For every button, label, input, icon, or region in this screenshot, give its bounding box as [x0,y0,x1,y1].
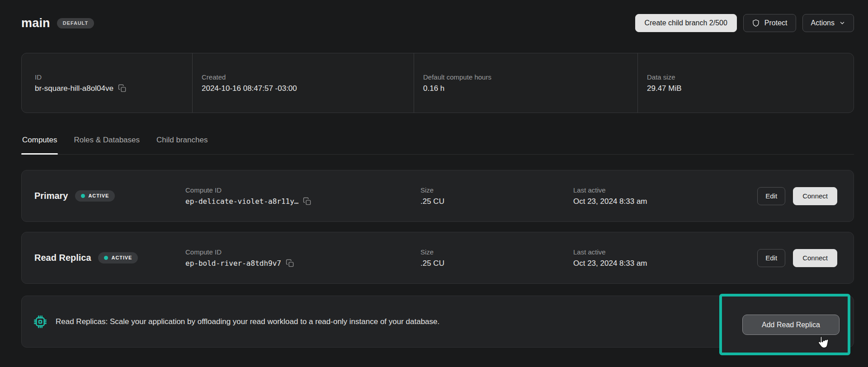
edit-button[interactable]: Edit [757,249,785,267]
tutorial-highlight-frame: Add Read Replica [719,294,850,355]
compute-id-label: Compute ID [185,186,420,194]
copy-branch-id-button[interactable] [118,84,127,93]
field-label: Default compute hours [423,73,637,81]
page-title: main [21,16,50,30]
status-label: ACTIVE [112,255,132,260]
chevron-down-icon [839,20,845,26]
tab-bar: Computes Roles & Databases Child branche… [21,136,854,155]
last-active-value: Oct 23, 2024 8:33 am [573,259,757,268]
connect-button[interactable]: Connect [793,187,837,205]
cursor-pointer-icon [815,334,831,351]
branch-info-card: ID br-square-hill-a8ol04ve Created 2024-… [21,53,854,113]
size-label: Size [420,186,573,194]
status-dot-icon [81,194,85,198]
copy-icon [118,84,127,93]
connect-button[interactable]: Connect [793,249,837,267]
banner-message: Read Replicas: Scale your application by… [56,317,439,326]
last-active-value: Oct 23, 2024 8:33 am [573,197,757,206]
field-label: Data size [647,73,854,81]
status-label: ACTIVE [89,193,109,198]
last-active-label: Last active [573,248,757,256]
tab-roles-databases[interactable]: Roles & Databases [73,136,141,154]
info-field-data-size: Data size 29.47 MiB [637,53,854,113]
compute-id-value: ep-bold-river-a8tdh9v7 [185,259,281,268]
copy-icon [286,259,294,268]
create-child-branch-button[interactable]: Create child branch 2/500 [635,14,737,32]
default-badge: DEFAULT [57,18,94,28]
last-active-label: Last active [573,186,757,194]
compute-id-label: Compute ID [185,248,420,256]
tab-computes[interactable]: Computes [21,136,58,154]
data-size-value: 29.47 MiB [647,84,854,93]
read-replica-banner: Read Replicas: Scale your application by… [21,296,854,348]
actions-button-label: Actions [811,19,835,27]
tab-child-branches[interactable]: Child branches [156,136,208,154]
size-value: .25 CU [420,197,573,206]
size-label: Size [420,248,573,256]
copy-compute-id-button[interactable] [303,197,311,206]
branch-page: main DEFAULT Create child branch 2/500 P… [21,14,854,348]
shield-icon [752,19,760,27]
status-badge: ACTIVE [98,252,138,263]
info-field-id: ID br-square-hill-a8ol04ve [22,53,192,113]
compute-row-primary: Primary ACTIVE Compute ID ep-delicate-vi… [21,170,854,222]
field-label: ID [35,73,192,81]
info-field-created: Created 2024-10-16 08:47:57 -03:00 [192,53,414,113]
created-value: 2024-10-16 08:47:57 -03:00 [202,84,414,93]
field-label: Created [202,73,414,81]
status-dot-icon [104,256,108,260]
add-read-replica-button[interactable]: Add Read Replica [742,315,840,335]
compute-hours-value: 0.16 h [423,84,637,93]
page-header: main DEFAULT Create child branch 2/500 P… [21,14,854,32]
status-badge: ACTIVE [75,190,115,202]
cpu-chip-icon [33,315,47,329]
branch-id-value: br-square-hill-a8ol04ve [35,84,113,93]
copy-compute-id-button[interactable] [286,259,294,268]
edit-button[interactable]: Edit [757,187,785,205]
info-field-compute-hours: Default compute hours 0.16 h [414,53,637,113]
protect-button[interactable]: Protect [743,14,796,32]
copy-icon [303,197,311,206]
actions-button[interactable]: Actions [802,14,854,32]
protect-button-label: Protect [764,19,788,27]
compute-name: Primary [34,191,68,201]
compute-id-value: ep-delicate-violet-a8r11y… [185,197,298,206]
size-value: .25 CU [420,259,573,268]
compute-row-read-replica: Read Replica ACTIVE Compute ID ep-bold-r… [21,232,854,284]
compute-name: Read Replica [34,253,91,263]
